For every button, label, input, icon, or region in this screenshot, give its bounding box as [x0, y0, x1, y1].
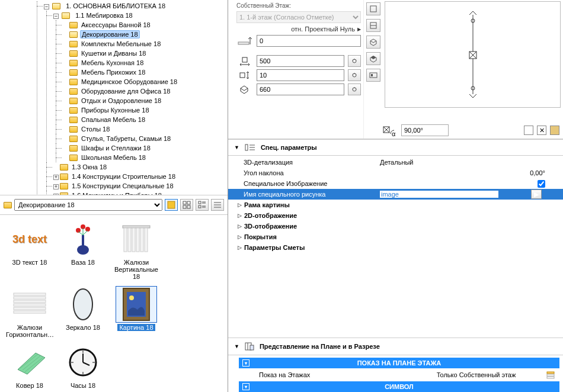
plan-header-show[interactable]: ▾ ПОКАЗ НА ПЛАНЕ ЭТАЖА [239, 358, 559, 368]
thumb-mirror[interactable]: Зеркало 18 [58, 285, 108, 339]
special-image-checkbox[interactable] [538, 180, 545, 188]
dim-h-input[interactable] [257, 69, 344, 81]
svg-rect-28 [145, 228, 148, 252]
svg-rect-34 [14, 311, 46, 313]
svg-rect-33 [14, 307, 46, 310]
tree-item[interactable]: Кушетки и Диваны 18 [63, 49, 228, 58]
tree-item-decor[interactable]: Декорирование 18 [63, 30, 228, 39]
tree-item[interactable]: Мебель Прихожих 18 [63, 68, 228, 77]
thumb-3dtext[interactable]: 3d text 3D текст 18 [5, 220, 55, 281]
link-dims-button[interactable] [348, 55, 361, 67]
depth-icon [236, 85, 253, 94]
thumb-vase[interactable]: Ваза 18 [58, 220, 108, 281]
param-angle[interactable]: Угол наклона 0,00° [228, 168, 563, 178]
tree-root[interactable]: − 1. ОСНОВНАЯ БИБЛИОТЕКА 18 − 1.1 Меблир… [44, 1, 228, 195]
collapse-icon[interactable]: ▾ [242, 359, 249, 367]
tree-item[interactable]: Школьная Мебель 18 [63, 153, 228, 162]
svg-rect-30 [14, 297, 46, 299]
plan-show-row[interactable]: Показ на Этажах Только Собственный этаж [239, 368, 559, 381]
dim-z-input[interactable] [257, 35, 361, 47]
story-icon[interactable] [545, 370, 559, 380]
tree-item[interactable]: Оборудование для Офиса 18 [63, 86, 228, 96]
thumb-blinds-v[interactable]: Жалюзи Вертикальные 18 [111, 220, 161, 281]
spec-param-list: 3D-детализация Детальный Угол наклона 0,… [228, 156, 563, 254]
angle-input[interactable] [401, 124, 449, 136]
svg-text:α: α [392, 130, 396, 136]
opt-box-1[interactable] [524, 126, 533, 135]
dim-w-input[interactable] [257, 55, 344, 67]
dim-d-input[interactable] [257, 83, 344, 95]
tree-meblirovka[interactable]: − 1.1 Меблировка 18 Аксессуары Ванной 18… [53, 11, 228, 162]
expander-frame[interactable]: ▷Рама картины [228, 200, 563, 210]
folder-icon [69, 31, 78, 38]
thumb-clock[interactable]: Часы 18 [58, 343, 108, 390]
expand-icon[interactable]: + [53, 175, 59, 180]
thumb-painting[interactable]: Картина 18 [111, 285, 161, 339]
tree-item[interactable]: Мебель Кухонная 18 [63, 58, 228, 68]
tree-item[interactable]: Шкафы и Стеллажи 18 [63, 143, 228, 153]
thumb-blinds-h[interactable]: Жалюзи Горизонтальн… [5, 285, 55, 339]
expander-2d[interactable]: ▷2D-отображение [228, 210, 563, 221]
tree-item[interactable]: Аксессуары Ванной 18 [63, 20, 228, 30]
thumb-carpet[interactable]: Ковер 18 [5, 343, 55, 390]
dim-z-row [236, 35, 361, 47]
view-thumbnails-button[interactable] [165, 199, 178, 211]
view-detail-button[interactable] [196, 199, 209, 211]
view-medium-button[interactable] [180, 199, 193, 211]
preview-3d-button[interactable] [366, 36, 380, 49]
view-list-button[interactable] [211, 199, 224, 211]
expander-coverage[interactable]: ▷Покрытия [228, 232, 563, 242]
plan-icon [244, 342, 255, 351]
preview-top-button[interactable] [366, 2, 380, 15]
preview-drawing [461, 10, 485, 99]
tree-meb-label: 1.1 Меблировка 18 [74, 12, 134, 19]
collapse-icon[interactable]: − [53, 14, 59, 19]
preview-render-button[interactable] [366, 69, 380, 82]
browse-button[interactable]: ▶ [531, 189, 542, 199]
geometry-inputs: Собственный Этаж: 1. 1-й этаж (Согласно … [228, 0, 363, 139]
param-special-image[interactable]: Специальное Изображение [228, 178, 563, 189]
tree-item[interactable]: Столы 18 [63, 124, 228, 134]
tree-item[interactable]: Приборы Кухонные 18 [63, 105, 228, 115]
breadcrumb-select[interactable]: Декорирование 18 [14, 199, 162, 211]
svg-rect-0 [168, 201, 175, 208]
collapse-icon[interactable]: ▾ [242, 383, 249, 390]
preview-shade-button[interactable] [366, 52, 380, 65]
section-spec-params[interactable]: ▼ Спец. параметры [228, 139, 563, 156]
link-dims-button[interactable] [348, 69, 361, 81]
thumb-label: Ковер 18 [16, 382, 43, 389]
tree-item[interactable]: +1.5 Конструкции Специальные 18 [53, 181, 228, 191]
tree-item[interactable]: +1.4 Конструкции Строительные 18 [53, 172, 228, 181]
link-dims-button[interactable] [348, 83, 361, 95]
svg-rect-2 [187, 201, 190, 204]
tree-item[interactable]: Комплекты Мебельные 18 [63, 39, 228, 49]
thumb-label: Часы 18 [71, 382, 95, 389]
preview-pane [385, 1, 561, 108]
chevron-right-icon: ▷ [238, 245, 242, 250]
tree-item[interactable]: Медицинское Оборудование 18 [63, 77, 228, 86]
tree-item[interactable]: 1.3 Окна 18 [53, 162, 228, 172]
folder-icon [69, 155, 78, 161]
opt-box-3[interactable] [550, 126, 559, 135]
tree-item[interactable]: +1.6 Механизмы и Приборы 18 [53, 191, 228, 195]
expand-icon[interactable]: + [53, 184, 59, 189]
section-plan[interactable]: ▼ Представление на Плане и в Разрезе [228, 338, 563, 355]
svg-rect-26 [136, 228, 139, 252]
tree-item[interactable]: Спальная Мебель 18 [63, 115, 228, 124]
opt-box-2[interactable]: ✕ [537, 126, 546, 135]
collapse-icon[interactable]: − [44, 4, 49, 9]
plan-header-symbol[interactable]: ▾ СИМВОЛ [239, 381, 559, 392]
settings-panel: Собственный Этаж: 1. 1-й этаж (Согласно … [228, 0, 563, 392]
expander-3d[interactable]: ▷3D-отображение [228, 221, 563, 232]
tree-item[interactable]: Отдых и Оздоровление 18 [63, 96, 228, 105]
param-3d-detail[interactable]: 3D-детализация Детальный [228, 157, 563, 168]
expander-estimate[interactable]: ▷Параметры Сметы [228, 242, 563, 253]
chevron-right-icon: ▷ [238, 213, 242, 219]
param-image-name[interactable]: Имя специального рисунка image ▶ [228, 189, 563, 200]
svg-point-16 [76, 228, 81, 233]
width-icon [236, 56, 253, 66]
own-floor-select[interactable]: 1. 1-й этаж (Согласно Отметке) [236, 11, 361, 23]
tree-item[interactable]: Стулья, Табуреты, Скамьи 18 [63, 134, 228, 143]
thumbnail-pane: 3d text 3D текст 18 Ваза 18 Жалюзи Верти… [0, 215, 228, 392]
preview-front-button[interactable] [366, 19, 380, 32]
